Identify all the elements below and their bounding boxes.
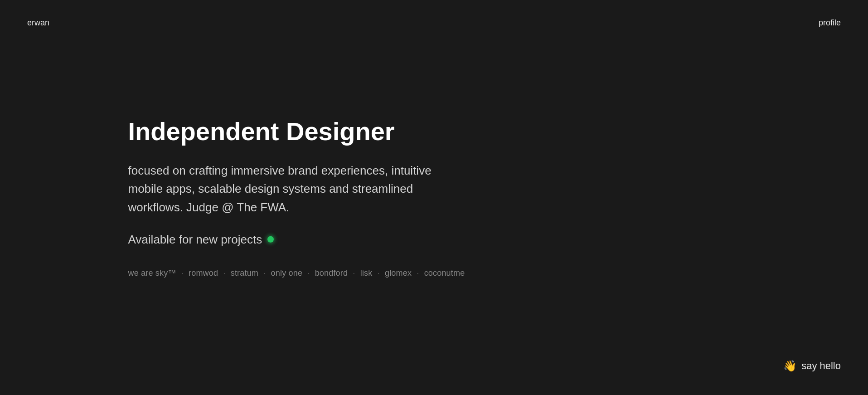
client-2: romwod: [189, 268, 218, 278]
main-content: Independent Designer focused on crafting…: [128, 117, 468, 278]
clients-list: we are sky™ · romwod · stratum · only on…: [128, 268, 468, 278]
separator-2: ·: [223, 268, 225, 278]
client-5: bondford: [315, 268, 348, 278]
nav-logo[interactable]: erwan: [27, 18, 49, 28]
separator-5: ·: [353, 268, 355, 278]
wave-icon: 👋: [783, 360, 797, 372]
hero-title: Independent Designer: [128, 117, 468, 145]
availability-indicator: [267, 236, 274, 243]
client-1: we are sky™: [128, 268, 176, 278]
profile-link: profile: [819, 18, 841, 27]
client-7: glomex: [385, 268, 412, 278]
separator-7: ·: [417, 268, 419, 278]
client-4: only one: [271, 268, 303, 278]
availability-section: Available for new projects: [128, 233, 468, 247]
nav-profile[interactable]: profile: [819, 18, 841, 28]
logo-text: erwan: [27, 18, 49, 27]
separator-3: ·: [263, 268, 266, 278]
say-hello-text: say hello: [801, 360, 841, 372]
separator-4: ·: [307, 268, 310, 278]
hero-description: focused on crafting immersive brand expe…: [128, 161, 468, 216]
client-8: coconutme: [424, 268, 465, 278]
say-hello-button[interactable]: 👋 say hello: [783, 360, 841, 372]
client-3: stratum: [231, 268, 258, 278]
client-6: lisk: [360, 268, 373, 278]
separator-1: ·: [181, 268, 184, 278]
availability-text: Available for new projects: [128, 233, 262, 247]
separator-6: ·: [378, 268, 380, 278]
